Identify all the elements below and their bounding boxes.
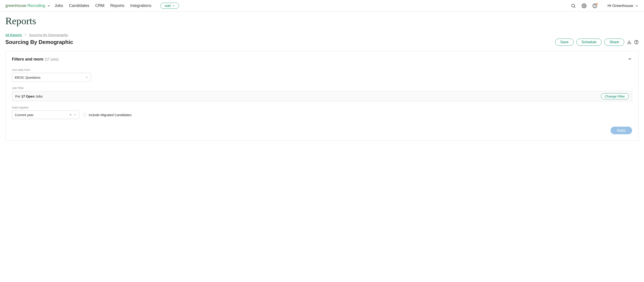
apply-button[interactable]: Apply <box>610 127 632 134</box>
include-migrated-label: Include Migrated Candidates <box>89 113 132 117</box>
nav-links: Jobs Candidates CRM Reports Integrations <box>54 3 151 8</box>
top-right-icons: Hi Greenhouse <box>571 3 638 8</box>
checkbox-box <box>83 113 86 116</box>
date-applied-group: Date Applied Current year Inclu <box>12 106 632 119</box>
caret-down-icon <box>74 113 76 117</box>
job-filter-label: Job Filter <box>12 86 632 90</box>
logo-secondary: Recruiting <box>26 3 45 8</box>
chevron-right-icon <box>24 33 27 37</box>
logo-primary: greenhouse <box>6 3 26 8</box>
notification-dot <box>596 3 598 5</box>
use-data-group: Use data from EEOC Questions <box>12 68 632 82</box>
chevron-down-icon <box>172 4 175 7</box>
svg-point-0 <box>572 4 574 7</box>
collapse-icon[interactable] <box>628 57 632 62</box>
user-menu[interactable]: Hi Greenhouse <box>608 3 638 8</box>
report-header: Sourcing By Demographic Save Schedule Sh… <box>6 38 638 46</box>
report-title: Sourcing By Demographic <box>6 39 73 45</box>
svg-line-1 <box>574 7 575 8</box>
svg-point-7 <box>636 43 636 43</box>
page-content: Reports All Reports Sourcing By Demograp… <box>0 12 644 150</box>
page-title: Reports <box>6 15 638 27</box>
filters-count: (17 jobs) <box>45 57 58 61</box>
job-filter-group: Job Filter For 17 Open Jobs Change Filte… <box>12 86 632 101</box>
help-icon[interactable] <box>634 40 638 44</box>
nav-reports[interactable]: Reports <box>110 3 124 8</box>
add-button[interactable]: Add <box>160 3 179 9</box>
date-applied-label: Date Applied <box>12 106 632 109</box>
svg-marker-8 <box>86 77 87 78</box>
use-data-value: EEOC Questions <box>15 76 40 79</box>
share-button[interactable]: Share <box>604 38 624 46</box>
search-icon[interactable] <box>571 3 576 8</box>
logo-dropdown[interactable] <box>47 4 50 8</box>
nav-crm[interactable]: CRM <box>95 3 104 8</box>
use-data-label: Use data from <box>12 68 632 72</box>
download-icon[interactable] <box>627 40 632 44</box>
change-filter-button[interactable]: Change Filter <box>601 93 629 99</box>
breadcrumb: All Reports Sourcing By Demographic <box>6 33 638 37</box>
help-icon[interactable] <box>592 3 597 8</box>
use-data-select[interactable]: EEOC Questions <box>12 73 91 82</box>
chevron-down-icon <box>635 4 638 8</box>
date-applied-select[interactable]: Current year <box>12 111 79 119</box>
schedule-button[interactable]: Schedule <box>576 38 602 46</box>
nav-jobs[interactable]: Jobs <box>54 3 63 8</box>
job-filter-row: For 17 Open Jobs Change Filter <box>12 91 632 101</box>
breadcrumb-root[interactable]: All Reports <box>6 33 22 37</box>
filters-panel-header[interactable]: Filters and more (17 jobs) <box>12 57 632 62</box>
date-row: Current year Include Migrated Candidates <box>12 111 632 119</box>
filters-title: Filters and more <box>12 57 43 62</box>
top-navigation: greenhouse Recruiting Jobs Candidates CR… <box>0 0 644 12</box>
caret-down-icon <box>85 76 88 79</box>
job-filter-suffix: Jobs <box>34 94 43 98</box>
nav-candidates[interactable]: Candidates <box>69 3 89 8</box>
filters-panel: Filters and more (17 jobs) Use data from… <box>6 51 638 141</box>
job-filter-bold: 17 Open <box>21 94 34 98</box>
user-greeting: Hi Greenhouse <box>608 3 633 8</box>
add-label: Add <box>164 4 171 8</box>
svg-marker-11 <box>74 114 76 115</box>
include-migrated-checkbox[interactable]: Include Migrated Candidates <box>83 113 132 117</box>
job-filter-text: For 17 Open Jobs <box>15 94 43 98</box>
date-applied-value: Current year <box>15 113 34 117</box>
svg-point-4 <box>594 7 595 7</box>
apply-row: Apply <box>12 127 632 134</box>
nav-integrations[interactable]: Integrations <box>130 3 151 8</box>
report-actions: Save Schedule Share <box>555 38 638 46</box>
logo[interactable]: greenhouse Recruiting <box>6 3 45 8</box>
save-button[interactable]: Save <box>555 38 574 46</box>
clear-icon[interactable] <box>69 113 72 117</box>
job-filter-prefix: For <box>15 94 21 98</box>
gear-icon[interactable] <box>582 3 586 8</box>
svg-point-2 <box>583 5 585 6</box>
breadcrumb-current[interactable]: Sourcing By Demographic <box>29 33 68 37</box>
